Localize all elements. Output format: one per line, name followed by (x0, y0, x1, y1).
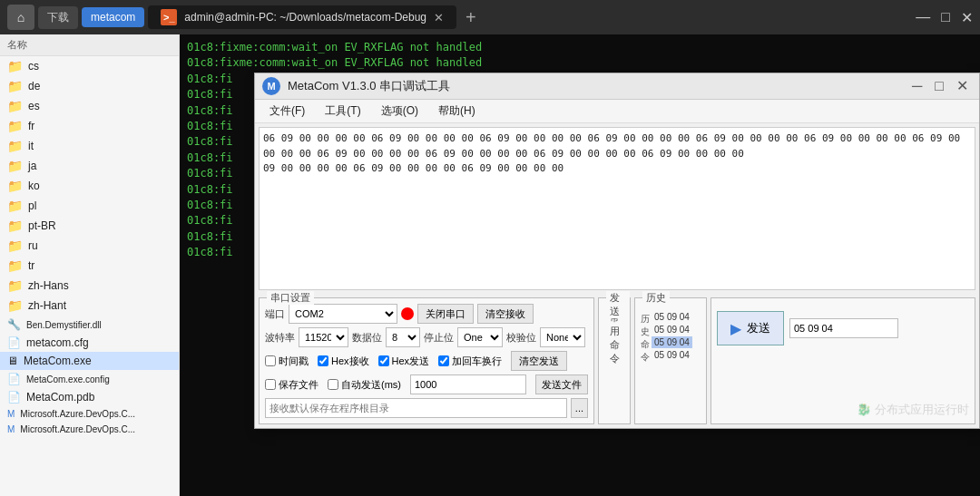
dialog-minimize-button[interactable]: ─ (908, 79, 926, 93)
history-content: 历史命令 05 09 04 05 09 04 05 09 04 05 09 04 (641, 311, 701, 418)
data-display[interactable]: 06 09 00 00 00 00 06 09 00 00 00 00 06 0… (259, 127, 975, 290)
sidebar-item[interactable]: MMicrosoft.Azure.DevOps.C... (0, 422, 179, 437)
browse-button[interactable]: ... (571, 398, 588, 418)
hex-recv-checkbox[interactable] (318, 355, 328, 366)
dialog-title: MetaCom V1.3.0 串口调试工具 (288, 78, 901, 94)
auto-send-interval-input[interactable] (410, 374, 526, 394)
send-value-input[interactable] (789, 318, 898, 338)
sidebar-item[interactable]: 📄metacom.cfg (0, 334, 179, 352)
terminal-tab[interactable]: >_ admin@admin-PC: ~/Downloads/metacom-D… (148, 5, 456, 29)
save-path-input[interactable] (265, 398, 567, 418)
port-select[interactable]: COM2 (289, 304, 397, 324)
menu-file[interactable]: 文件(F) (260, 102, 314, 121)
send-value-panel: ▶ 发送 🐉 分布式应用运行时 (710, 297, 975, 424)
parity-select[interactable]: None (540, 327, 585, 347)
term-line: 01c8:fixme:comm:wait_on EV_RXFLAG not ha… (187, 55, 973, 71)
sidebar-item[interactable]: 📁zh-Hant (0, 296, 179, 316)
sidebar-item[interactable]: 📄MetaCom.exe.config (0, 370, 179, 388)
auto-send-checkbox[interactable] (328, 379, 338, 390)
exe-icon: 🖥 (7, 355, 18, 367)
baud-select[interactable]: 115200 (299, 327, 348, 347)
sidebar-item[interactable]: 📁ru (0, 236, 179, 256)
clear-recv-button[interactable]: 清空接收 (477, 304, 534, 324)
bottom-panels: 串口设置 端口 COM2 关闭串口 清空接收 波特率 115200 数据位 8 (255, 294, 979, 428)
sidebar-item[interactable]: 📁ja (0, 156, 179, 176)
metacom-button[interactable]: metacom (82, 7, 144, 27)
history-entry[interactable]: 05 09 04 (652, 311, 692, 323)
sidebar-item[interactable]: 📁cs (0, 56, 179, 76)
send-button[interactable]: ▶ 发送 (717, 311, 784, 345)
folder-icon: 📁 (7, 258, 23, 273)
save-file-checkbox-label[interactable]: 保存文件 (265, 378, 318, 392)
maximize-icon[interactable]: □ (941, 9, 950, 26)
sidebar-item[interactable]: 📁es (0, 96, 179, 116)
folder-icon: 📁 (7, 59, 23, 73)
sidebar-item[interactable]: 📁tr (0, 256, 179, 276)
folder-icon: 📁 (7, 219, 23, 233)
cfg-icon: 📄 (7, 336, 21, 349)
send-arrow-icon: ▶ (730, 320, 741, 337)
save-file-checkbox[interactable] (265, 379, 276, 390)
send-label-l: 令 (610, 352, 620, 365)
hex-send-checkbox-label[interactable]: Hex发送 (378, 355, 430, 368)
stop-bits-select[interactable]: One (457, 327, 503, 347)
clear-send-button[interactable]: 清空发送 (511, 351, 567, 371)
dialog-maximize-button[interactable]: □ (931, 79, 947, 93)
sidebar-item[interactable]: 📁de (0, 76, 179, 96)
ms-icon: M (7, 409, 15, 419)
baud-row: 波特率 115200 数据位 8 停止位 One 校验位 None (265, 327, 588, 347)
sidebar-item-selected[interactable]: 🖥MetaCom.exe (0, 352, 179, 370)
add-tab-button[interactable]: + (460, 7, 482, 28)
menu-tools[interactable]: 工具(T) (316, 102, 369, 121)
sidebar-item[interactable]: 📁it (0, 136, 179, 156)
close-icon[interactable]: ✕ (961, 9, 973, 26)
watermark: 🐉 分布式应用运行时 (857, 402, 969, 418)
send-action-row: ▶ 发送 (717, 311, 969, 345)
history-panel-title: 历史 (642, 291, 670, 305)
terminal-tab-close[interactable]: ✕ (434, 11, 444, 24)
port-settings-panel: 串口设置 端口 COM2 关闭串口 清空接收 波特率 115200 数据位 8 (259, 297, 594, 424)
open-port-button[interactable]: 关闭串口 (417, 304, 474, 324)
data-bits-select[interactable]: 8 (386, 327, 420, 347)
sidebar-item[interactable]: 📁zh-Hans (0, 276, 179, 296)
timestamp-checkbox-label[interactable]: 时间戳 (265, 355, 309, 368)
menu-options[interactable]: 选项(O) (372, 102, 427, 121)
hex-recv-checkbox-label[interactable]: Hex接收 (318, 355, 369, 368)
timestamp-checkbox[interactable] (265, 355, 276, 366)
sidebar-item[interactable]: 📁pl (0, 196, 179, 216)
send-label-m: 命 (610, 338, 620, 352)
sidebar-item[interactable]: MMicrosoft.Azure.DevOps.C... (0, 406, 179, 422)
send-file-button[interactable]: 发送文件 (535, 374, 588, 394)
connection-status-dot (401, 307, 414, 320)
auto-send-checkbox-label[interactable]: 自动发送(ms) (328, 378, 401, 392)
home-button[interactable]: ⌂ (7, 5, 34, 30)
auto-newline-checkbox[interactable] (438, 355, 449, 366)
history-entries: 05 09 04 05 09 04 05 09 04 05 09 04 (652, 311, 692, 418)
hex-send-checkbox[interactable] (378, 355, 389, 366)
home-icon: ⌂ (17, 10, 24, 24)
history-entry[interactable]: 05 09 04 (652, 324, 692, 336)
baud-label: 波特率 (265, 331, 295, 345)
port-panel-title: 串口设置 (267, 291, 314, 305)
dialog-close-button[interactable]: ✕ (953, 79, 972, 93)
sidebar-item[interactable]: 📁ko (0, 176, 179, 196)
history-entry-selected[interactable]: 05 09 04 (652, 336, 692, 348)
sidebar-item[interactable]: 🔧Ben.Demystifier.dll (0, 316, 179, 334)
history-panel: 历史 历史命令 05 09 04 05 09 04 05 09 04 05 09… (634, 297, 707, 424)
sidebar-item[interactable]: 📁pt-BR (0, 216, 179, 236)
sidebar-item[interactable]: 📁fr (0, 116, 179, 136)
hex-send-label: Hex发送 (392, 355, 430, 368)
stop-bits-label: 停止位 (424, 331, 454, 345)
folder-icon: 📁 (7, 199, 23, 213)
right-area: 发送 常 用 命 令 历史 历史命令 05 09 04 05 09 04 05 … (598, 297, 975, 424)
download-button[interactable]: 下载 (38, 6, 78, 29)
save-file-label: 保存文件 (279, 378, 318, 392)
send-label-panel: 发送 常 用 命 令 (598, 297, 631, 424)
sidebar-item[interactable]: 📄MetaCom.pdb (0, 388, 179, 406)
history-entry[interactable]: 05 09 04 (652, 349, 692, 361)
send-button-label: 发送 (747, 320, 770, 336)
minimize-icon[interactable]: — (916, 9, 930, 26)
menu-help[interactable]: 帮助(H) (429, 102, 485, 121)
timestamp-label: 时间戳 (279, 355, 309, 368)
auto-newline-checkbox-label[interactable]: 加回车换行 (438, 355, 502, 368)
